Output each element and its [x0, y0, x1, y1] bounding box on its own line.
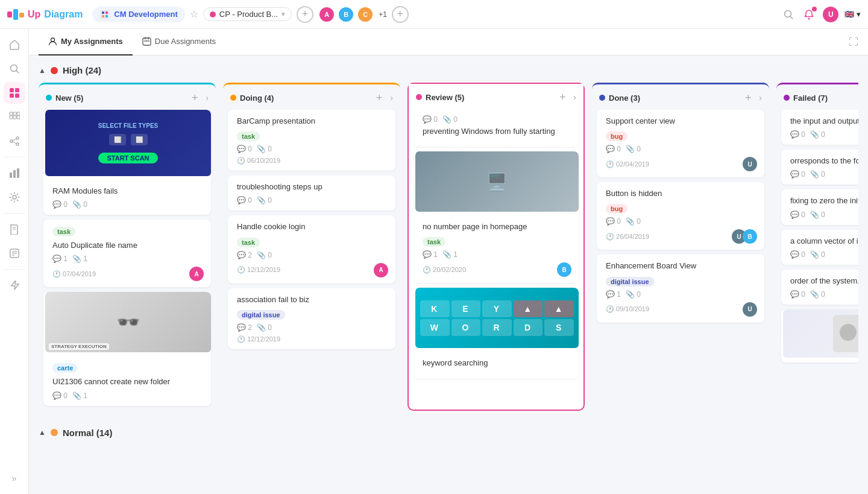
badge-bug: bug: [606, 204, 627, 214]
search-button[interactable]: [781, 7, 796, 22]
col-dot-done: [599, 95, 605, 101]
tab-due-assignments[interactable]: Due Assignments: [133, 29, 225, 55]
col-add-done[interactable]: +: [741, 90, 755, 105]
col-add-review[interactable]: +: [555, 90, 570, 104]
card-title-buttonhidden: Button is hidden: [606, 188, 757, 199]
svg-point-25: [16, 143, 19, 145]
sidebar-item-settings[interactable]: [4, 186, 25, 208]
sidebar-item-book[interactable]: [4, 218, 25, 240]
card-auto-duplicate[interactable]: task Auto Duplicate file name 💬 1 📎 1 🕐 …: [43, 220, 211, 287]
card-handle-cookie[interactable]: Handle cookie login task 💬 2 📎 0 🕐 12/12…: [228, 215, 395, 283]
card-meta-handlecookie: 💬 2 📎 0: [237, 251, 388, 259]
col-menu-review[interactable]: ›: [573, 92, 576, 102]
svg-rect-7: [105, 15, 108, 17]
tab-my-assignments[interactable]: My Assignments: [39, 29, 133, 55]
board-area: ▲ High (24) New (5) + ›: [29, 55, 868, 494]
card-avatar: U: [743, 302, 757, 317]
sidebar-item-search[interactable]: [4, 58, 25, 80]
logo[interactable]: UpDiagram: [7, 8, 83, 21]
card-title-fixingzero: fixing to zero the initial state conditi…: [790, 195, 858, 206]
card-ui21306[interactable]: 🕶️ STRATEGY EXECUTION carte UI21306 cann…: [43, 292, 211, 405]
card-support-center[interactable]: Support center view bug 💬 0 📎 0 🕐 02/04/…: [597, 110, 764, 177]
card-forced-response[interactable]: orresponds to the forced response 💬 0 📎 …: [781, 150, 858, 185]
priority-dot-high: [51, 67, 58, 74]
card-column-vector[interactable]: a column vector of input and output 💬 0 …: [781, 230, 858, 265]
add-member-button[interactable]: +: [392, 6, 409, 23]
card-meta-autoduplicate: 💬 1 📎 1: [52, 255, 204, 263]
priority-header-high[interactable]: ▲ High (24): [39, 65, 858, 75]
sidebar-item-share[interactable]: [4, 130, 25, 152]
card-meta-forcedresponse: 💬 0 📎 0: [790, 170, 858, 179]
expand-button[interactable]: ⛶: [849, 37, 858, 48]
col-add-doing[interactable]: +: [372, 90, 386, 105]
card-barcamp[interactable]: BarCamp presentation task 💬 0 📎 0 🕐 06/1…: [228, 110, 395, 171]
card-troubleshooting[interactable]: troubleshooting steps up 💬 0 📎 0: [228, 176, 395, 211]
cp-badge[interactable]: CP - Product B... ▾: [203, 7, 292, 21]
star-button[interactable]: ☆: [190, 8, 198, 20]
card-date-barcamp: 🕐 06/10/2019: [237, 157, 388, 165]
svg-rect-5: [105, 11, 108, 14]
card-order-system[interactable]: order of the system, presence of delay t…: [781, 270, 858, 305]
card-meta-ram: 💬 0 📎 0: [52, 200, 204, 209]
main-layout: » My Assignments Due Assignments ⛶ ▲: [0, 29, 868, 494]
sidebar-item-notes[interactable]: [4, 242, 25, 264]
card-ram-modules[interactable]: SELECT FILE TYPES ⬜ ⬜ START SCAN RAM Mod…: [43, 110, 211, 215]
col-menu-done[interactable]: ›: [759, 93, 762, 103]
column-header-failed: Failed (7) + ›: [776, 84, 858, 110]
column-cards-new: SELECT FILE TYPES ⬜ ⬜ START SCAN RAM Mod…: [39, 110, 216, 411]
card-title-barcamp: BarCamp presentation: [237, 116, 388, 127]
card-no-number-page[interactable]: 🖥️ no number page in homepage task 💬 1 📎…: [414, 151, 579, 283]
language-selector[interactable]: 🇬🇧 ▾: [844, 10, 861, 19]
sidebar-item-grid[interactable]: [4, 106, 25, 128]
column-doing: Doing (4) + › BarCamp presentation task …: [223, 83, 400, 411]
badge-digital: digital issue: [237, 310, 285, 320]
badge-task: task: [237, 238, 260, 247]
card-fixing-zero[interactable]: fixing to zero the initial state conditi…: [781, 189, 858, 224]
card-avatar: A: [189, 267, 204, 281]
card-title-handlecookie: Handle cookie login: [237, 221, 388, 232]
column-done: Done (3) + › Support center view bug 💬 0…: [592, 83, 769, 411]
card-enhancement-board[interactable]: Enhancement Board View digital issue 💬 1…: [597, 255, 764, 322]
sidebar-item-expand[interactable]: »: [4, 467, 25, 489]
chevron-down-icon: ▾: [281, 10, 285, 18]
col-menu-doing[interactable]: ›: [390, 93, 393, 103]
card-meta-fixingzero: 💬 0 📎 0: [790, 211, 858, 219]
column-header-review: Review (5) + ›: [409, 84, 583, 109]
svg-rect-18: [13, 112, 16, 115]
card-title-nonumberpage: no number page in homepage: [423, 221, 571, 232]
priority-header-normal[interactable]: ▲ Normal (14): [39, 428, 858, 440]
sidebar-item-home[interactable]: [4, 34, 25, 55]
col-dot-review: [416, 94, 422, 100]
card-meta-troubleshooting: 💬 0 📎 0: [237, 196, 388, 204]
svg-rect-2: [19, 13, 24, 17]
user-avatar[interactable]: U: [822, 5, 840, 24]
main-content: My Assignments Due Assignments ⛶ ▲ High …: [29, 29, 868, 494]
sidebar-item-lightning[interactable]: [4, 274, 25, 296]
card-date-enhancementboard: 🕐 09/10/2019 U: [606, 302, 757, 317]
kw-cell: K: [420, 300, 450, 317]
col-menu-new[interactable]: ›: [206, 93, 209, 103]
column-failed: Failed (7) + › the input and output at s…: [776, 83, 858, 411]
card-keyword-searching[interactable]: K E Y ▲ ▲ W O R D S: [414, 288, 579, 378]
svg-point-24: [10, 140, 13, 142]
comment-count: 💬 0: [52, 200, 68, 209]
card-preventing-windows[interactable]: 💬 0 📎 0 preventing Windows from fully st…: [414, 109, 579, 147]
add-project-button[interactable]: +: [297, 6, 313, 23]
card-button-hidden[interactable]: Button is hidden bug 💬 0 📎 0 🕐 26/04/201…: [597, 182, 764, 250]
sidebar-item-chart[interactable]: [4, 162, 25, 184]
svg-line-12: [16, 71, 19, 74]
card-meta-barcamp: 💬 0 📎 0: [237, 145, 388, 153]
project-tab[interactable]: CM Development: [92, 7, 184, 22]
card-association[interactable]: association fail to biz digital issue 💬 …: [228, 288, 395, 349]
card-meta-enhancementboard: 💬 1 📎 0: [606, 290, 757, 299]
sidebar-item-board[interactable]: [4, 82, 25, 104]
notification-button[interactable]: [801, 7, 817, 22]
card-date-handlecookie: 🕐 12/12/2019 A: [237, 263, 388, 277]
column-cards-review: 💬 0 📎 0 preventing Windows from fully st…: [409, 109, 583, 384]
col-add-new[interactable]: +: [187, 90, 202, 105]
card-title-forcedresponse: orresponds to the forced response: [790, 156, 858, 166]
card-date-autoduplicate: 🕐 07/04/2019 A: [52, 267, 204, 281]
card-hand-card[interactable]: [781, 309, 858, 363]
kw-cell: D: [514, 319, 543, 336]
card-input-output[interactable]: the input and output at sampling instant…: [781, 110, 858, 145]
